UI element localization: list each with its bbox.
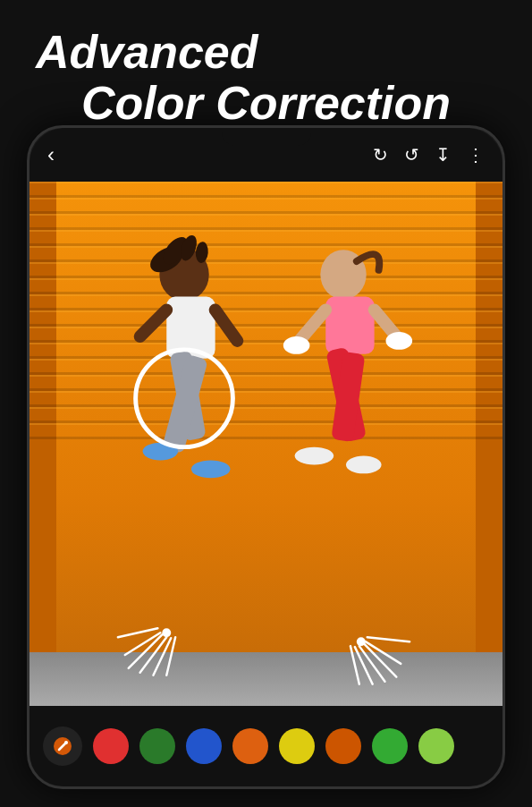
person-left [140,233,238,478]
toolbar-icons: ↻ ↺ ↧ ⋮ [373,144,485,166]
svg-rect-13 [325,297,374,354]
svg-line-15 [375,310,397,336]
svg-line-7 [215,310,238,341]
svg-rect-9 [162,354,208,454]
radial-lines-right [350,637,410,684]
svg-line-30 [367,637,410,641]
download-icon[interactable]: ↧ [435,144,451,166]
svg-point-21 [346,456,382,474]
color-dot-red[interactable] [93,728,129,764]
color-dot-orange[interactable] [232,728,268,764]
persons-svg [30,182,502,706]
title-line2: Color Correction [36,78,496,129]
redo-icon[interactable]: ↺ [404,144,419,166]
back-button[interactable]: ‹ [47,142,55,167]
svg-point-28 [162,628,171,637]
title-line1: Advanced [36,27,496,78]
undo-icon[interactable]: ↻ [373,144,388,166]
palette-tool-button[interactable] [43,726,82,766]
photo-area [30,182,502,706]
svg-point-37 [64,741,68,744]
radial-lines-left [118,628,175,675]
color-dot-dark-green[interactable] [139,728,175,764]
svg-line-6 [140,310,167,336]
color-dot-yellow[interactable] [279,728,315,764]
svg-point-19 [385,332,412,350]
color-dot-orange-red[interactable] [325,728,361,764]
person-right [283,250,412,473]
svg-point-18 [283,336,310,354]
color-dots-container [93,728,454,764]
color-dot-light-green[interactable] [418,728,454,764]
svg-line-23 [118,628,157,637]
more-options-icon[interactable]: ⋮ [467,144,485,166]
color-dot-blue[interactable] [186,728,222,764]
color-dot-green[interactable] [372,728,408,764]
svg-point-20 [295,447,334,465]
svg-point-11 [191,460,231,478]
svg-point-35 [357,637,366,646]
phone-notch [222,128,311,146]
phone-top-bar: ‹ ↻ ↺ ↧ ⋮ [30,128,502,182]
svg-line-14 [300,310,326,341]
phone-frame: ‹ ↻ ↺ ↧ ⋮ [27,125,505,789]
title-area: Advanced Color Correction [36,27,496,129]
color-palette-bar [30,706,502,786]
